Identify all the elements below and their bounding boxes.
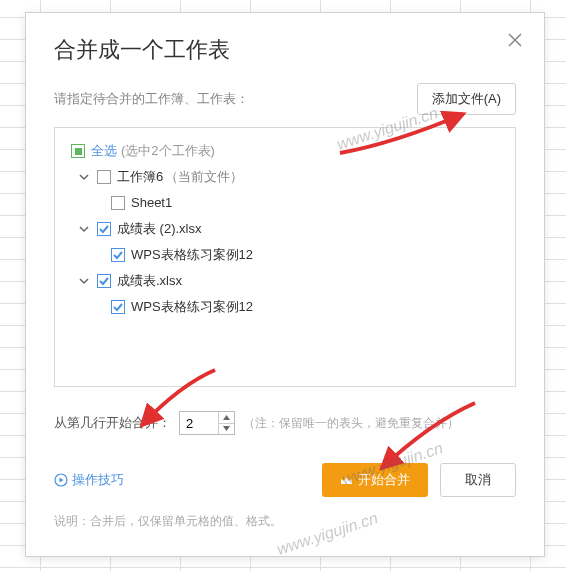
workbook-checkbox[interactable] bbox=[97, 170, 111, 184]
tree-workbook-row[interactable]: 成绩表 (2).xlsx bbox=[63, 216, 507, 242]
chevron-down-icon[interactable] bbox=[77, 170, 91, 184]
sheet-label: Sheet1 bbox=[131, 194, 172, 212]
select-all-label: 全选 bbox=[91, 142, 117, 160]
tree-workbook-row[interactable]: 成绩表.xlsx bbox=[63, 268, 507, 294]
cancel-label: 取消 bbox=[465, 472, 491, 487]
workbook-label: 成绩表.xlsx bbox=[117, 272, 182, 290]
spinner-down-button[interactable] bbox=[219, 423, 234, 435]
select-all-hint: (选中2个工作表) bbox=[121, 142, 215, 160]
start-row-section: 从第几行开始合并： （注：保留唯一的表头，避免重复合并） bbox=[54, 411, 516, 435]
start-merge-label: 开始合并 bbox=[358, 471, 410, 489]
tips-link[interactable]: 操作技巧 bbox=[54, 471, 124, 489]
workbook-checkbox[interactable] bbox=[97, 222, 111, 236]
sheet-checkbox[interactable] bbox=[111, 300, 125, 314]
workbook-suffix: （当前文件） bbox=[165, 168, 243, 186]
tree-sheet-row[interactable]: Sheet1 bbox=[63, 190, 507, 216]
merge-sheets-dialog: 合并成一个工作表 请指定待合并的工作簿、工作表： 添加文件(A) 全选 (选中2… bbox=[25, 12, 545, 557]
start-row-input[interactable] bbox=[180, 412, 218, 434]
start-row-label: 从第几行开始合并： bbox=[54, 414, 171, 432]
workbook-label: 工作簿6 bbox=[117, 168, 163, 186]
tree-sheet-row[interactable]: WPS表格练习案例12 bbox=[63, 242, 507, 268]
add-file-button[interactable]: 添加文件(A) bbox=[417, 83, 516, 115]
sheet-label: WPS表格练习案例12 bbox=[131, 298, 253, 316]
spinner-buttons bbox=[218, 412, 234, 434]
workbook-checkbox[interactable] bbox=[97, 274, 111, 288]
start-row-hint: （注：保留唯一的表头，避免重复合并） bbox=[243, 415, 459, 432]
select-all-row[interactable]: 全选 (选中2个工作表) bbox=[63, 138, 507, 164]
instruction-text: 请指定待合并的工作簿、工作表： bbox=[54, 90, 249, 108]
spinner-up-button[interactable] bbox=[219, 412, 234, 423]
close-button[interactable] bbox=[504, 29, 526, 51]
tree-sheet-row[interactable]: WPS表格练习案例12 bbox=[63, 294, 507, 320]
header-row: 请指定待合并的工作簿、工作表： 添加文件(A) bbox=[54, 83, 516, 115]
workbook-tree-panel[interactable]: 全选 (选中2个工作表) 工作簿6 （当前文件） Sheet1 成绩表 (2).… bbox=[54, 127, 516, 387]
sheet-checkbox[interactable] bbox=[111, 248, 125, 262]
footer-note: 说明：合并后，仅保留单元格的值、格式。 bbox=[54, 513, 516, 530]
sheet-label: WPS表格练习案例12 bbox=[131, 246, 253, 264]
tips-label: 操作技巧 bbox=[72, 471, 124, 489]
dialog-footer: 操作技巧 开始合并 取消 bbox=[54, 463, 516, 497]
start-merge-button[interactable]: 开始合并 bbox=[322, 463, 428, 497]
workbook-label: 成绩表 (2).xlsx bbox=[117, 220, 202, 238]
chevron-down-icon[interactable] bbox=[77, 222, 91, 236]
select-all-checkbox[interactable] bbox=[71, 144, 85, 158]
crown-icon bbox=[340, 474, 353, 487]
close-icon bbox=[507, 32, 523, 48]
play-circle-icon bbox=[54, 473, 68, 487]
start-row-spinner[interactable] bbox=[179, 411, 235, 435]
tree-workbook-row[interactable]: 工作簿6 （当前文件） bbox=[63, 164, 507, 190]
dialog-title: 合并成一个工作表 bbox=[54, 35, 516, 65]
add-file-label: 添加文件(A) bbox=[432, 91, 501, 106]
cancel-button[interactable]: 取消 bbox=[440, 463, 516, 497]
chevron-down-icon[interactable] bbox=[77, 274, 91, 288]
sheet-checkbox[interactable] bbox=[111, 196, 125, 210]
